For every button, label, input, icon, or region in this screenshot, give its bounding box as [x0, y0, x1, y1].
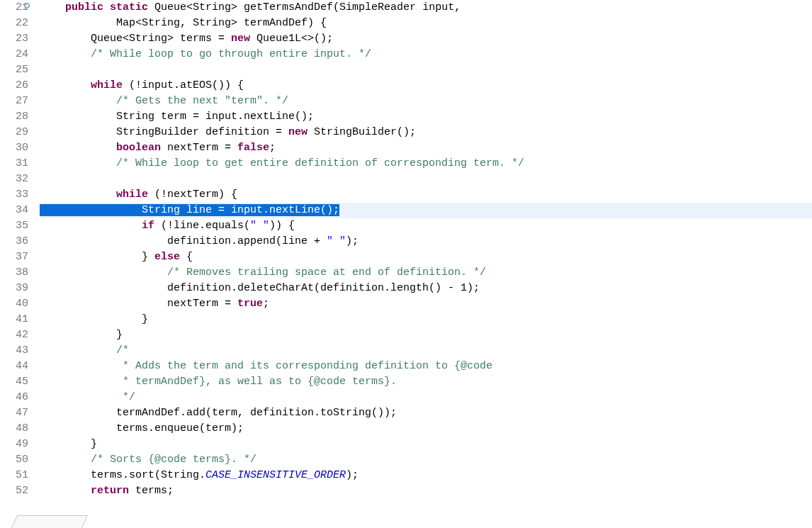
line-number: 28: [0, 109, 28, 125]
code-line[interactable]: definition.deleteCharAt(definition.lengt…: [40, 281, 812, 296]
line-number: 44: [0, 359, 28, 374]
code-token: String term = input.nextLine();: [40, 111, 314, 123]
code-token: while: [91, 79, 123, 91]
code-editor[interactable]: 2122232425262728293031323334353637383940…: [0, 0, 812, 528]
line-number: 52: [0, 483, 28, 499]
code-line[interactable]: return terms;: [40, 483, 812, 499]
code-line[interactable]: while (!input.atEOS()) {: [40, 78, 812, 94]
code-token: [40, 157, 116, 169]
code-line[interactable]: while (!nextTerm) {: [40, 187, 812, 203]
code-token: ;: [263, 298, 269, 310]
line-number: 47: [0, 405, 28, 421]
line-number: 33: [0, 187, 28, 203]
code-token: [40, 95, 116, 107]
code-line[interactable]: /* Gets the next "term". */: [40, 94, 812, 109]
line-number: 35: [0, 218, 28, 234]
code-line[interactable]: termAndDef.add(term, definition.toString…: [40, 405, 812, 421]
line-number: 49: [0, 437, 28, 452]
code-line[interactable]: Map<String, String> termAndDef) {: [40, 16, 812, 31]
code-area[interactable]: public static Queue<String> getTermsAndD…: [33, 0, 812, 528]
code-line[interactable]: /* Sorts {@code terms}. */: [40, 452, 812, 468]
code-line[interactable]: } else {: [40, 249, 812, 265]
code-line[interactable]: /* Removes trailing space at end of defi…: [40, 265, 812, 281]
code-line[interactable]: definition.append(line + " ");: [40, 234, 812, 249]
code-token: }: [40, 313, 148, 325]
code-line[interactable]: * Adds the term and its corresponding de…: [40, 359, 812, 374]
code-line[interactable]: public static Queue<String> getTermsAndD…: [40, 0, 812, 16]
code-token: [40, 266, 167, 279]
code-token: [40, 1, 65, 13]
line-number: 42: [0, 327, 28, 343]
code-token: new: [231, 33, 250, 45]
code-token: }: [40, 329, 123, 341]
line-number: 25: [0, 62, 28, 78]
code-token: new: [288, 126, 308, 138]
override-marker-icon: [24, 3, 30, 9]
code-token: [40, 220, 142, 232]
line-number: 32: [0, 172, 28, 187]
code-token: ;: [269, 142, 276, 154]
code-token: Queue1L<>();: [250, 33, 333, 45]
code-line[interactable]: terms.enqueue(term);: [40, 421, 812, 437]
code-token: Queue<String> getTermsAndDef(SimpleReade…: [148, 1, 461, 13]
code-line[interactable]: Queue<String> terms = new Queue1L<>();: [40, 31, 812, 47]
code-line[interactable]: String term = input.nextLine();: [40, 109, 812, 125]
code-line[interactable]: /* While loop to get entire definition o…: [40, 156, 812, 172]
code-token: false: [237, 142, 269, 154]
line-number: 43: [0, 343, 28, 359]
code-token: {: [180, 251, 193, 263]
line-number: 40: [0, 296, 28, 312]
line-number: 31: [0, 156, 28, 172]
line-number: 21: [0, 0, 28, 16]
line-number: 29: [0, 125, 28, 140]
line-number: 50: [0, 452, 28, 468]
code-line[interactable]: /* While loop to go through entire input…: [40, 47, 812, 62]
line-number: 30: [0, 140, 28, 156]
code-token: }: [40, 438, 97, 450]
line-number: 24: [0, 47, 28, 62]
code-token: */: [40, 391, 135, 403]
code-line[interactable]: boolean nextTerm = false;: [40, 140, 812, 156]
code-line[interactable]: String line = input.nextLine();: [40, 203, 812, 218]
code-line[interactable]: StringBuilder definition = new StringBui…: [40, 125, 812, 140]
line-number: 22: [0, 16, 28, 31]
code-token: terms.sort(String.: [40, 469, 205, 481]
code-line[interactable]: /*: [40, 343, 812, 359]
code-token: (!line.equals(: [154, 220, 250, 232]
code-line[interactable]: if (!line.equals(" ")) {: [40, 218, 812, 234]
code-token: true: [237, 298, 263, 310]
code-line[interactable]: [40, 62, 812, 78]
code-line[interactable]: [40, 172, 812, 187]
code-line[interactable]: terms.sort(String.CASE_INSENSITIVE_ORDER…: [40, 468, 812, 483]
line-number-gutter: 2122232425262728293031323334353637383940…: [0, 0, 33, 528]
code-token: (!input.atEOS()) {: [123, 79, 244, 91]
code-line[interactable]: }: [40, 437, 812, 452]
code-token: CASE_INSENSITIVE_ORDER: [205, 469, 346, 481]
editor-tab-handle[interactable]: [11, 515, 88, 528]
code-token: while: [116, 189, 148, 201]
code-token: definition.append(line +: [40, 235, 327, 247]
code-token: return: [91, 485, 129, 497]
code-token: [40, 485, 91, 497]
code-line[interactable]: }: [40, 312, 812, 327]
code-token: );: [346, 469, 359, 481]
code-token: else: [154, 251, 180, 263]
line-number: 23: [0, 31, 28, 47]
code-token: terms;: [129, 485, 174, 497]
code-token: /*: [116, 344, 129, 356]
line-number: 38: [0, 265, 28, 281]
code-token: [40, 142, 116, 154]
code-line[interactable]: }: [40, 327, 812, 343]
code-token: /* Removes trailing space at end of defi…: [167, 266, 486, 279]
code-token: " ": [250, 220, 269, 232]
code-line[interactable]: nextTerm = true;: [40, 296, 812, 312]
code-line[interactable]: */: [40, 390, 812, 405]
code-line[interactable]: * termAndDef}, as well as to {@code term…: [40, 374, 812, 390]
code-token: * termAndDef}, as well as to {@code term…: [40, 376, 397, 388]
line-number: 41: [0, 312, 28, 327]
code-token: public: [65, 1, 103, 13]
code-token: [40, 48, 91, 60]
code-token: StringBuilder();: [308, 126, 416, 138]
code-token: definition.deleteCharAt(definition.lengt…: [40, 282, 480, 294]
code-token: )) {: [269, 220, 295, 232]
